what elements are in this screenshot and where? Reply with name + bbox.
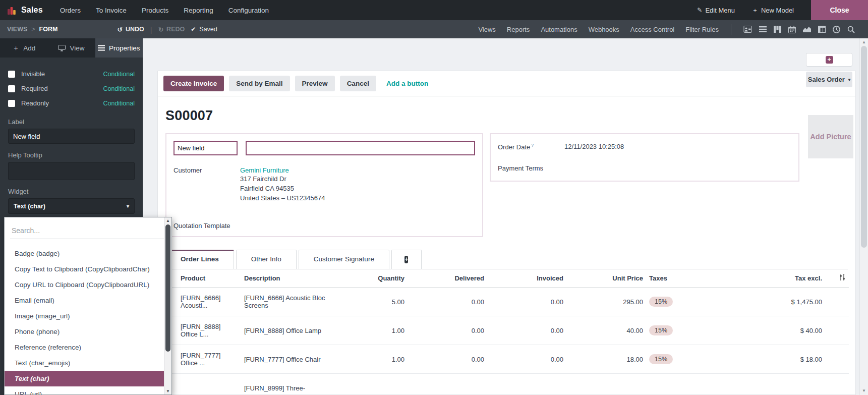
page-scroll-thumb[interactable] xyxy=(861,46,867,248)
sidebar-tab-view[interactable]: View xyxy=(47,38,95,58)
conditional-link[interactable]: Conditional xyxy=(103,85,135,92)
nav-menu-orders[interactable]: Orders xyxy=(60,7,81,14)
cell-tax-excl[interactable] xyxy=(709,374,825,395)
studio-menu-automations[interactable]: Automations xyxy=(541,26,577,33)
undo-button[interactable]: ↺ UNDO xyxy=(117,26,144,33)
breadcrumb-views[interactable]: VIEWS xyxy=(7,26,27,33)
order-line-row[interactable]: [FURN_7777] Office ...[FURN_7777] Office… xyxy=(165,345,849,374)
scroll-down-icon[interactable]: ▼ xyxy=(860,388,868,393)
cell-quantity[interactable] xyxy=(334,374,408,395)
cell-taxes[interactable] xyxy=(646,374,709,395)
activity-clock-icon[interactable] xyxy=(833,26,840,33)
add-element-button[interactable]: + xyxy=(806,53,852,67)
cell-quantity[interactable]: 1.00 xyxy=(334,316,408,345)
readonly-checkbox[interactable] xyxy=(8,100,15,107)
widget-option-text-char[interactable]: Text (char) xyxy=(5,371,164,386)
cell-product[interactable]: [FURN_8888] Office L... xyxy=(165,316,241,345)
sales-order-selector[interactable]: Sales Order ▾ xyxy=(806,72,852,87)
help-tooltip-input[interactable] xyxy=(8,162,135,180)
cell-unit-price[interactable]: 295.00 xyxy=(566,288,646,316)
order-line-row[interactable]: [FURN_8888] Office L...[FURN_8888] Offic… xyxy=(165,316,849,345)
cell-description[interactable]: [FURN_7777] Office Chair xyxy=(241,345,334,374)
conditional-link[interactable]: Conditional xyxy=(103,100,135,107)
list-icon[interactable] xyxy=(759,26,767,33)
invisible-checkbox[interactable] xyxy=(8,71,15,78)
cell-unit-price[interactable] xyxy=(566,374,646,395)
new-field-input[interactable] xyxy=(246,141,475,155)
cell-unit-price[interactable]: 18.00 xyxy=(566,345,646,374)
widget-option-copy-url-to-clipboard-copyclipboardurl[interactable]: Copy URL to Clipboard (CopyClipboardURL) xyxy=(5,277,164,293)
required-checkbox[interactable] xyxy=(8,85,15,92)
nav-menu-products[interactable]: Products xyxy=(142,7,168,14)
cell-quantity[interactable]: 5.00 xyxy=(334,288,408,316)
widget-option-url-url[interactable]: URL (url) xyxy=(5,386,164,394)
quotation-template-label[interactable]: Quotation Template xyxy=(173,222,475,230)
cell-delivered[interactable]: 0.00 xyxy=(408,316,487,345)
cell-tax-excl[interactable]: $ 18.00 xyxy=(709,345,825,374)
column-header-invoiced[interactable]: Invoiced xyxy=(487,269,566,288)
widget-option-text-char-emojis[interactable]: Text (char_emojis) xyxy=(5,355,164,371)
widget-select[interactable]: Text (char) ▾ xyxy=(8,198,135,214)
dropdown-scroll-thumb[interactable] xyxy=(165,224,170,352)
scroll-down-icon[interactable]: ▼ xyxy=(164,389,171,393)
label-input[interactable] xyxy=(8,129,135,144)
studio-menu-reports[interactable]: Reports xyxy=(507,26,530,33)
cell-product[interactable]: [FURN_6666] Acousti... xyxy=(165,288,241,316)
widget-option-badge-badge[interactable]: Badge (badge) xyxy=(5,246,164,261)
new-model-button[interactable]: ＋ New Model xyxy=(752,6,794,15)
nav-menu-to-invoice[interactable]: To Invoice xyxy=(96,7,127,14)
cell-description[interactable]: [FURN_6666] Acoustic Bloc Screens xyxy=(241,288,334,316)
column-header-quantity[interactable]: Quantity xyxy=(334,269,408,288)
cell-product[interactable] xyxy=(165,374,241,395)
scroll-up-icon[interactable]: ▲ xyxy=(164,218,171,223)
page-scrollbar[interactable]: ▲ ▼ xyxy=(859,38,868,395)
column-header-product[interactable]: Product xyxy=(165,269,241,288)
studio-menu-views[interactable]: Views xyxy=(478,26,495,33)
nav-menu-configuration[interactable]: Configuration xyxy=(228,7,269,14)
cell-description[interactable]: [FURN_8999] Three- xyxy=(241,374,334,395)
pivot-icon[interactable] xyxy=(818,26,826,33)
preview-button[interactable]: Preview xyxy=(295,76,335,91)
edit-menu-button[interactable]: ✎ Edit Menu xyxy=(697,7,735,14)
customer-link[interactable]: Gemini Furniture xyxy=(240,166,289,174)
kanban-icon[interactable] xyxy=(774,26,781,33)
add-tab-button[interactable]: + xyxy=(391,250,422,269)
add-a-button-link[interactable]: Add a button xyxy=(386,80,428,87)
order-date-value[interactable]: 12/11/2023 10:25:08 xyxy=(564,143,624,151)
sidebar-tab-add[interactable]: ＋Add xyxy=(0,38,47,58)
contact-card-icon[interactable] xyxy=(743,26,752,33)
widget-option-copy-text-to-clipboard-copyclipboardchar[interactable]: Copy Text to Clipboard (CopyClipboardCha… xyxy=(5,261,164,277)
calendar-icon[interactable] xyxy=(788,26,796,33)
studio-menu-filter-rules[interactable]: Filter Rules xyxy=(685,26,719,33)
column-header-tax-excl[interactable]: Tax excl. xyxy=(709,269,825,288)
widget-option-reference-reference[interactable]: Reference (reference) xyxy=(5,340,164,355)
cell-tax-excl[interactable]: $ 1,475.00 xyxy=(709,288,825,316)
widget-option-email-email[interactable]: Email (email) xyxy=(5,293,164,308)
record-title[interactable]: S00007 xyxy=(165,108,848,124)
studio-menu-webhooks[interactable]: Webhooks xyxy=(589,26,619,33)
create-invoice-button[interactable]: Create Invoice xyxy=(163,76,224,91)
conditional-link[interactable]: Conditional xyxy=(103,71,135,78)
column-header-unit-price[interactable]: Unit Price xyxy=(566,269,646,288)
graph-icon[interactable] xyxy=(803,26,811,33)
cell-taxes[interactable]: 15% xyxy=(646,345,709,374)
tab-other-info[interactable]: Other Info xyxy=(236,250,297,269)
column-header-delivered[interactable]: Delivered xyxy=(408,269,487,288)
cell-unit-price[interactable]: 40.00 xyxy=(566,316,646,345)
cell-taxes[interactable]: 15% xyxy=(646,316,709,345)
cell-delivered[interactable]: 0.00 xyxy=(408,345,487,374)
cell-invoiced[interactable]: 0.00 xyxy=(487,288,566,316)
nav-menu-reporting[interactable]: Reporting xyxy=(184,7,213,14)
new-field-label-box[interactable]: New field xyxy=(173,141,238,155)
add-picture-placeholder[interactable]: Add Picture xyxy=(808,115,853,158)
widget-option-image-image-url[interactable]: Image (image_url) xyxy=(5,308,164,324)
order-line-row[interactable]: [FURN_8999] Three- xyxy=(165,374,849,395)
cell-delivered[interactable] xyxy=(408,374,487,395)
tab-customer-signature[interactable]: Customer Signature xyxy=(299,250,389,269)
column-header-description[interactable]: Description xyxy=(241,269,334,288)
cell-invoiced[interactable] xyxy=(487,374,566,395)
widget-search-input[interactable] xyxy=(10,222,166,239)
cell-description[interactable]: [FURN_8888] Office Lamp xyxy=(241,316,334,345)
sidebar-tab-properties[interactable]: Properties xyxy=(95,38,143,58)
cell-delivered[interactable]: 0.00 xyxy=(408,288,487,316)
